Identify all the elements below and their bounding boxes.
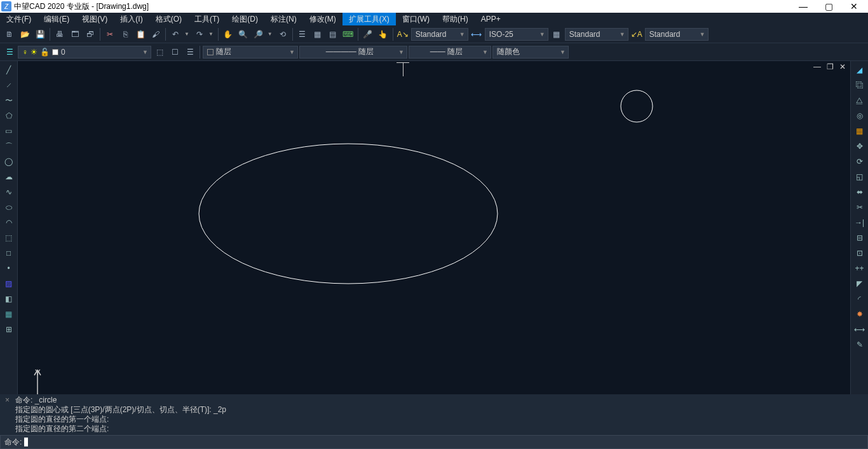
minimize-button[interactable]: —	[790, 1, 816, 11]
undo-dropdown[interactable]: ▼	[184, 31, 189, 37]
dim-style-combo[interactable]: ISO-25▼	[485, 28, 548, 41]
mleader-style-icon[interactable]: ↙A	[630, 27, 644, 41]
offset-icon[interactable]: ◎	[853, 109, 867, 122]
doc-minimize-button[interactable]: —	[812, 62, 822, 71]
arc-icon[interactable]: ⌒	[2, 140, 16, 153]
menu-draw[interactable]: 绘图(D)	[226, 13, 264, 25]
dim-style-icon[interactable]: ⟷	[470, 27, 484, 41]
menu-dimension[interactable]: 标注(N)	[264, 13, 303, 25]
doc-restore-button[interactable]: ❐	[825, 62, 835, 71]
linetype-combo[interactable]: ———— 随层▼	[299, 46, 407, 59]
chamfer-icon[interactable]: ◤	[853, 277, 867, 290]
lineweight-combo[interactable]: —— 随层▼	[409, 46, 491, 59]
smart-voice-icon[interactable]: 🎤	[361, 27, 375, 41]
extend-icon[interactable]: →|	[853, 216, 867, 229]
rectangle-icon[interactable]: ▭	[2, 125, 16, 137]
redo-icon[interactable]: ↷	[193, 27, 207, 41]
menu-modify[interactable]: 修改(M)	[303, 13, 342, 25]
pan-icon[interactable]: ✋	[221, 27, 235, 41]
move-icon[interactable]: ✥	[853, 140, 867, 153]
open-icon[interactable]: 📂	[18, 27, 32, 41]
tool-palettes-icon[interactable]: ▤	[326, 27, 340, 41]
break-icon[interactable]: ⊡	[853, 247, 867, 259]
command-input[interactable]: 命令:	[0, 435, 868, 449]
new-icon[interactable]: 🗎	[3, 27, 17, 41]
mirror-icon[interactable]: ⧋	[853, 94, 867, 107]
menu-insert[interactable]: 插入(I)	[114, 13, 149, 25]
line-icon[interactable]: ╱	[2, 64, 16, 76]
insert-block-icon[interactable]: ⬚	[2, 231, 16, 244]
match-properties-icon[interactable]: 🖌	[149, 27, 163, 41]
table-style-combo[interactable]: Standard▼	[565, 28, 628, 41]
menu-help[interactable]: 帮助(H)	[436, 13, 475, 25]
close-button[interactable]: ✕	[841, 1, 867, 11]
plotstyle-combo[interactable]: 随颜色▼	[492, 46, 569, 59]
cmdlog-close-icon[interactable]: ×	[5, 396, 10, 404]
doc-close-button[interactable]: ✕	[837, 62, 848, 71]
point-icon[interactable]: •	[2, 262, 16, 275]
region-icon[interactable]: ▦	[2, 308, 16, 321]
make-block-icon[interactable]: □	[2, 247, 16, 259]
menu-file[interactable]: 文件(F)	[0, 13, 37, 25]
stretch-icon[interactable]: ⬌	[853, 186, 867, 198]
redo-dropdown[interactable]: ▼	[208, 31, 214, 37]
print-preview-icon[interactable]: 🗔	[68, 27, 82, 41]
zoom-dropdown[interactable]: ▼	[268, 31, 273, 37]
maximize-button[interactable]: ▢	[816, 1, 841, 11]
menu-tools[interactable]: 工具(T)	[188, 13, 226, 25]
polyline-icon[interactable]: 〜	[2, 94, 16, 107]
table-style-icon[interactable]: ▦	[550, 27, 564, 41]
array-icon[interactable]: ▦	[853, 125, 867, 137]
paste-icon[interactable]: 📋	[133, 27, 147, 41]
mleader-style-combo[interactable]: Standard▼	[645, 28, 709, 41]
scale-icon[interactable]: ◱	[853, 170, 867, 183]
command-history[interactable]: × 命令: _circle 指定圆的圆心或 [三点(3P)/两点(2P)/切点、…	[0, 394, 868, 435]
drawing-area[interactable]: — ❐ ✕ Y X	[18, 61, 850, 438]
rotate-icon[interactable]: ⟳	[853, 155, 867, 168]
fillet-icon[interactable]: ◜	[853, 293, 867, 305]
erase-icon[interactable]: ◢	[853, 64, 867, 76]
polygon-icon[interactable]: ⬠	[2, 109, 16, 122]
smart-mouse-icon[interactable]: 👆	[376, 27, 390, 41]
join-icon[interactable]: ++	[853, 262, 867, 275]
menu-app-plus[interactable]: APP+	[475, 13, 507, 25]
revision-cloud-icon[interactable]: ☁	[2, 170, 16, 183]
copy-obj-icon[interactable]: ⿻	[853, 79, 867, 92]
design-center-icon[interactable]: ▦	[311, 27, 325, 41]
menu-format[interactable]: 格式(O)	[149, 13, 188, 25]
zoom-realtime-icon[interactable]: 🔍	[236, 27, 250, 41]
trim-icon[interactable]: ✂	[853, 201, 867, 214]
layer-previous-icon[interactable]: ⬚	[153, 45, 166, 59]
layer-combo[interactable]: ♀ ☀ 🔓 0▼	[18, 46, 151, 59]
cut-icon[interactable]: ✂	[103, 27, 117, 41]
properties-icon[interactable]: ☰	[295, 27, 309, 41]
menu-view[interactable]: 视图(V)	[76, 13, 114, 25]
menu-edit[interactable]: 编辑(E)	[37, 13, 76, 25]
ellipse-arc-icon[interactable]: ◠	[2, 216, 16, 229]
save-icon[interactable]: 💾	[33, 27, 47, 41]
undo-icon[interactable]: ↶	[168, 27, 182, 41]
edit-pline-icon[interactable]: ✎	[853, 338, 867, 351]
text-style-icon[interactable]: A↘	[396, 27, 410, 41]
layer-iso-icon[interactable]: ☐	[168, 45, 182, 59]
table-icon[interactable]: ⊞	[2, 323, 16, 336]
layer-states-icon[interactable]: ☰	[183, 45, 197, 59]
calculator-icon[interactable]: ⌨	[341, 27, 355, 41]
lengthen-icon[interactable]: ⟷	[853, 323, 867, 336]
zoom-previous-icon[interactable]: ⟲	[276, 27, 290, 41]
print-icon[interactable]: 🖶	[53, 27, 67, 41]
menu-express-tools[interactable]: 扩展工具(X)	[342, 13, 396, 25]
copy-icon[interactable]: ⎘	[118, 27, 132, 41]
explode-icon[interactable]: ✸	[853, 308, 867, 321]
layer-manager-icon[interactable]: ☰	[3, 45, 17, 59]
color-combo[interactable]: 随层▼	[203, 46, 298, 59]
text-style-combo[interactable]: Standard▼	[411, 28, 468, 41]
spline-icon[interactable]: ∿	[2, 186, 16, 198]
menu-window[interactable]: 窗口(W)	[396, 13, 436, 25]
zoom-window-icon[interactable]: 🔎	[252, 27, 266, 41]
xline-icon[interactable]: ⟋	[2, 79, 16, 92]
break-point-icon[interactable]: ⊟	[853, 231, 867, 244]
hatch-icon[interactable]: ▨	[2, 277, 16, 290]
publish-icon[interactable]: 🗗	[83, 27, 97, 41]
ellipse-icon[interactable]: ⬭	[2, 201, 16, 214]
